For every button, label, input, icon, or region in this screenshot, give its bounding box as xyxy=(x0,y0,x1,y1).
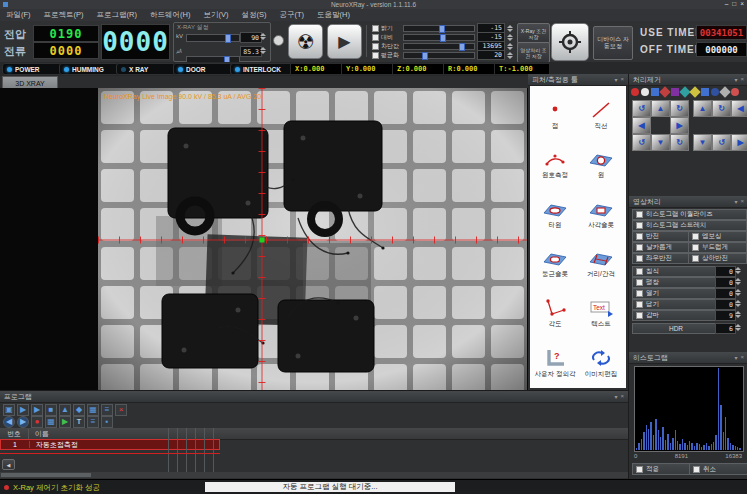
play-step-icon[interactable]: ▶ xyxy=(59,416,71,428)
threshold-spinner[interactable] xyxy=(507,43,513,50)
mirror-left-button[interactable]: ◀ xyxy=(731,100,747,117)
brightness-checkbox[interactable] xyxy=(372,25,379,32)
brightness-slider[interactable] xyxy=(403,25,475,32)
sharpen-button[interactable]: 날카롭게 xyxy=(632,242,691,253)
brightness-spinner[interactable] xyxy=(507,25,513,32)
hdr-value[interactable]: 6 xyxy=(715,323,736,334)
menu-project[interactable]: 프로젝트(P) xyxy=(44,10,84,20)
xray-on-button[interactable]: ☢ xyxy=(288,24,323,59)
record-icon[interactable]: ● xyxy=(31,416,43,428)
kv-slider[interactable] xyxy=(186,34,240,42)
xray-enable-radio[interactable] xyxy=(273,35,284,46)
mirror-down-button[interactable]: ▼ xyxy=(693,134,712,151)
average-spinner[interactable] xyxy=(507,52,513,59)
xray-viewport[interactable]: NeuroXRay Live Image 90.0 kV / 85.3 uA /… xyxy=(0,88,528,390)
close-op-value[interactable]: 0 xyxy=(715,299,736,310)
pin-marker-icon[interactable] xyxy=(671,88,679,96)
histogram-apply-button[interactable]: 적용 xyxy=(632,463,692,475)
rotate-ccw2-button[interactable]: ↺ xyxy=(632,134,651,151)
threshold-checkbox[interactable] xyxy=(372,43,379,50)
grid-icon[interactable]: ▦ xyxy=(45,416,57,428)
list-add-icon[interactable]: ▣ xyxy=(3,404,15,416)
delete-icon[interactable]: × xyxy=(115,404,127,416)
menu-help[interactable]: 도움말(H) xyxy=(317,10,350,20)
kv-value[interactable]: 90 xyxy=(240,32,262,43)
flip-down-button[interactable]: ▼ xyxy=(651,134,670,151)
smooth-button[interactable]: 부드럽게 xyxy=(688,242,747,253)
emboss-button[interactable]: 엠보싱 xyxy=(688,231,747,242)
close-panel-icon[interactable]: × xyxy=(740,354,744,361)
threshold-slider[interactable] xyxy=(403,43,475,50)
menu-view[interactable]: 보기(V) xyxy=(203,10,228,20)
flag-icon[interactable] xyxy=(651,88,659,96)
kv-slider-thumb[interactable] xyxy=(225,34,231,43)
contrast-slider[interactable] xyxy=(403,34,475,41)
dilate-spinner[interactable] xyxy=(735,277,741,286)
pin-icon[interactable]: ▾ xyxy=(734,354,737,361)
up-icon[interactable]: ▲ xyxy=(59,404,71,416)
stop-icon[interactable]: ■ xyxy=(45,404,57,416)
close-op-button[interactable]: 닫기 xyxy=(632,299,720,310)
tool-line[interactable]: 직선 xyxy=(578,90,624,138)
close-panel-icon[interactable]: × xyxy=(620,76,624,83)
step-icon[interactable]: ▶ xyxy=(31,404,43,416)
rotate-cw2-button[interactable]: ↻ xyxy=(670,134,689,151)
next-step-icon[interactable]: ▶ xyxy=(17,416,29,428)
option-icon[interactable]: ▪ xyxy=(101,416,113,428)
tool-image-edit[interactable]: 이미지편집 xyxy=(578,338,624,386)
record-icon[interactable] xyxy=(631,88,639,96)
close-button[interactable]: × xyxy=(740,0,744,7)
average-value[interactable]: 20 xyxy=(477,50,505,60)
save-xray-condition-button[interactable]: X-Ray 조건 저장 xyxy=(517,23,550,44)
open-button[interactable]: 열기 xyxy=(632,288,720,299)
mirror-rotate2-button[interactable]: ↺ xyxy=(712,134,731,151)
ua-value[interactable]: 85.3 xyxy=(240,46,262,57)
scroll-left-button[interactable]: ◀ xyxy=(2,459,15,470)
menu-tools[interactable]: 공구(T) xyxy=(279,10,304,20)
menu-hardware[interactable]: 하드웨어(H) xyxy=(150,10,190,20)
tool-point[interactable]: 점 xyxy=(532,90,578,138)
average-slider[interactable] xyxy=(403,52,475,59)
prev-step-icon[interactable]: ◀ xyxy=(3,416,15,428)
text-tool-icon[interactable]: T xyxy=(73,416,85,428)
pin-icon[interactable]: ▾ xyxy=(614,76,617,83)
tool-round-slot[interactable]: 둥근슬롯 xyxy=(532,239,578,287)
kv-spinner[interactable] xyxy=(260,32,266,41)
list-view-icon[interactable]: ≡ xyxy=(101,404,113,416)
tool-ellipse[interactable]: 타원 xyxy=(532,189,578,237)
brightness-thumb[interactable] xyxy=(439,25,445,33)
invert-button[interactable]: 반전 xyxy=(632,231,691,242)
hist-stretch-button[interactable]: 히스토그램 스트레치 xyxy=(632,220,747,231)
tool-distance[interactable]: 거리/간격 xyxy=(578,239,624,287)
minimize-button[interactable]: – xyxy=(725,0,729,7)
rotate-cw-button[interactable]: ↻ xyxy=(670,100,689,117)
tool-text[interactable]: Text 텍스트 xyxy=(578,289,624,337)
tool-angle[interactable]: 각도 xyxy=(532,289,578,337)
grid-icon[interactable] xyxy=(701,88,709,96)
menu-file[interactable]: 파일(F) xyxy=(6,10,31,20)
pin-icon[interactable]: ▾ xyxy=(614,393,617,400)
h-scrollbar-thumb[interactable] xyxy=(1,473,91,477)
tool-rect-slot[interactable]: 사각슬롯 xyxy=(578,189,624,237)
flip-horizontal-button[interactable]: 좌우반전 xyxy=(632,253,691,264)
close-panel-icon[interactable]: × xyxy=(740,198,744,205)
open-spinner[interactable] xyxy=(735,288,741,297)
mirror-up-button[interactable]: ▲ xyxy=(693,100,712,117)
contrast-thumb[interactable] xyxy=(440,34,446,42)
erode-spinner[interactable] xyxy=(735,266,741,275)
histogram-cancel-button[interactable]: 취소 xyxy=(689,463,747,475)
threshold-thumb[interactable] xyxy=(459,43,465,51)
pin-icon[interactable]: ▾ xyxy=(734,198,737,205)
insert-icon[interactable]: ◆ xyxy=(73,404,85,416)
target-mini-icon[interactable] xyxy=(731,88,739,96)
gamma-button[interactable]: 감마 xyxy=(632,310,720,321)
save-processing-condition-button[interactable]: 영상처리 조건 저장 xyxy=(517,42,550,63)
play-button[interactable]: ▶ xyxy=(327,24,362,59)
hist-equalize-button[interactable]: 히스토그램 이퀄라이즈 xyxy=(632,209,747,220)
average-thumb[interactable] xyxy=(422,52,428,60)
h-scrollbar[interactable] xyxy=(0,472,628,478)
menu-program[interactable]: 프로그램(R) xyxy=(97,10,137,20)
dilate-button[interactable]: 팽창 xyxy=(632,277,720,288)
device-auto-calibration-button[interactable]: 디바이스 자동보정 xyxy=(593,26,633,60)
tool-arc[interactable]: 원호측정 xyxy=(532,140,578,188)
